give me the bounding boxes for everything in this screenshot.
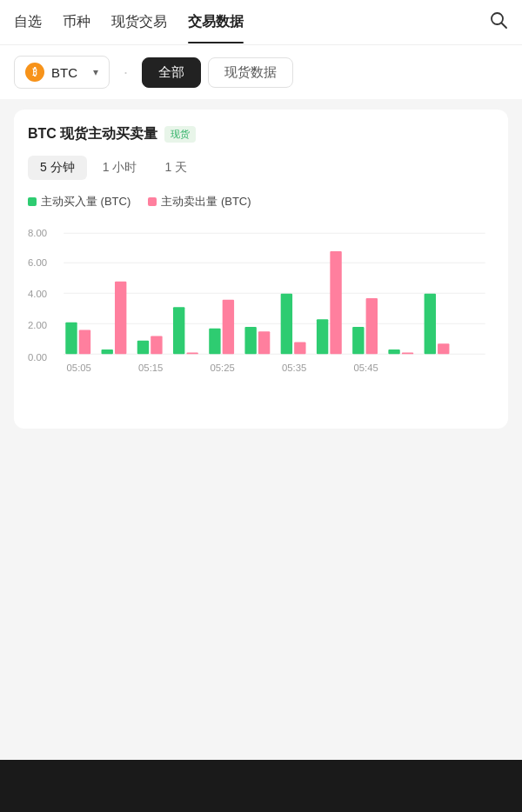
svg-text:6.00: 6.00 (28, 257, 47, 268)
svg-text:05:35: 05:35 (282, 363, 306, 373)
nav-item-xianhuo[interactable]: 现货交易 (111, 1, 167, 43)
svg-rect-18 (173, 307, 184, 354)
svg-rect-27 (330, 251, 341, 354)
filter-row: ₿ BTC ▾ · 全部 现货数据 (0, 45, 522, 99)
svg-text:05:25: 05:25 (210, 363, 234, 373)
svg-rect-13 (79, 329, 90, 354)
top-navigation: 自选 币种 现货交易 交易数据 (0, 0, 522, 45)
svg-rect-23 (258, 331, 270, 354)
svg-text:4.00: 4.00 (28, 289, 47, 299)
svg-rect-30 (388, 349, 399, 354)
svg-rect-24 (281, 294, 292, 355)
svg-text:8.00: 8.00 (28, 228, 47, 238)
type-btn-spot[interactable]: 现货数据 (208, 57, 293, 88)
chart-area: 8.00 6.00 4.00 2.00 0.00 (28, 220, 494, 415)
coin-selector[interactable]: ₿ BTC ▾ (14, 56, 110, 89)
svg-rect-25 (294, 342, 305, 354)
svg-rect-26 (317, 319, 328, 354)
type-btn-all[interactable]: 全部 (142, 57, 201, 88)
legend-buy-label: 主动买入量 (BTC) (41, 194, 130, 210)
svg-text:0.00: 0.00 (28, 352, 47, 363)
main-card: BTC 现货主动买卖量 现货 5 分钟 1 小时 1 天 主动买入量 (BTC)… (14, 110, 508, 429)
bottom-bar (0, 760, 522, 812)
time-tab-5min[interactable]: 5 分钟 (28, 156, 87, 180)
legend-sell-dot (148, 197, 157, 206)
bar-chart: 8.00 6.00 4.00 2.00 0.00 (28, 220, 494, 411)
chart-legend: 主动买入量 (BTC) 主动卖出量 (BTC) (28, 194, 494, 210)
card-title-row: BTC 现货主动买卖量 现货 (28, 125, 494, 143)
svg-text:05:05: 05:05 (67, 363, 91, 373)
legend-buy: 主动买入量 (BTC) (28, 194, 130, 210)
svg-rect-29 (366, 298, 378, 354)
divider: · (124, 63, 128, 82)
svg-rect-28 (352, 327, 364, 354)
legend-sell: 主动卖出量 (BTC) (148, 194, 251, 210)
svg-line-1 (502, 23, 507, 29)
svg-rect-19 (186, 353, 197, 355)
svg-rect-14 (102, 349, 113, 354)
card-title: BTC 现货主动买卖量 (28, 125, 157, 143)
legend-buy-dot (28, 197, 37, 206)
search-icon[interactable] (489, 10, 508, 34)
spot-badge: 现货 (164, 126, 196, 143)
svg-rect-22 (244, 327, 256, 354)
svg-rect-31 (402, 353, 413, 355)
svg-rect-12 (65, 323, 77, 354)
nav-item-jiaoyishuju[interactable]: 交易数据 (188, 1, 244, 43)
coin-label: BTC (51, 65, 77, 80)
svg-text:05:45: 05:45 (353, 363, 378, 373)
legend-sell-label: 主动卖出量 (BTC) (161, 194, 251, 210)
nav-items: 自选 币种 现货交易 交易数据 (14, 1, 489, 43)
time-tab-1hour[interactable]: 1 小时 (90, 156, 150, 180)
svg-rect-21 (223, 300, 234, 355)
time-tabs: 5 分钟 1 小时 1 天 (28, 156, 494, 180)
svg-text:2.00: 2.00 (28, 320, 47, 330)
chevron-down-icon: ▾ (93, 66, 98, 78)
type-buttons: 全部 现货数据 (142, 57, 293, 88)
svg-rect-16 (137, 341, 149, 355)
nav-item-bizhong[interactable]: 币种 (63, 1, 90, 43)
svg-rect-17 (151, 336, 162, 354)
svg-rect-15 (115, 282, 126, 354)
svg-rect-32 (425, 294, 436, 355)
time-tab-1day[interactable]: 1 天 (152, 156, 199, 180)
svg-text:05:15: 05:15 (138, 363, 163, 373)
btc-icon: ₿ (25, 63, 44, 82)
nav-item-zixuan[interactable]: 自选 (14, 1, 42, 43)
svg-rect-33 (438, 343, 449, 354)
svg-rect-20 (209, 329, 220, 355)
